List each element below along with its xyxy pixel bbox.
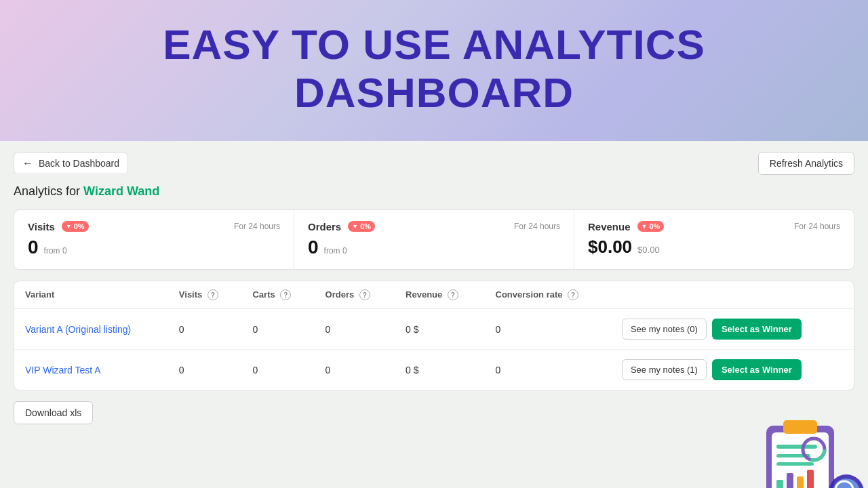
col-revenue: Revenue ? xyxy=(395,281,484,309)
orders-cell-1: 0 xyxy=(315,350,395,390)
visits-cell-1: 0 xyxy=(168,350,242,390)
col-actions xyxy=(611,281,854,309)
visits-from: from 0 xyxy=(44,246,67,256)
main-content: ← Back to Dashboard Refresh Analytics An… xyxy=(0,141,868,488)
orders-from: from 0 xyxy=(324,246,347,256)
variants-table: Variant Visits ? Carts ? Orders ? xyxy=(14,281,854,390)
winner-button-1[interactable]: Select as Winner xyxy=(712,359,802,380)
orders-label: Orders xyxy=(308,221,341,232)
revenue-cell-1: 0 $ xyxy=(395,350,484,390)
svg-rect-3 xyxy=(776,445,817,449)
orders-down-icon: ▼ xyxy=(352,223,358,230)
svg-rect-2 xyxy=(783,420,817,434)
revenue-label: Revenue xyxy=(588,221,631,232)
visits-card: Visits ▼ 0% For 24 hours 0 from 0 xyxy=(14,210,294,269)
col-orders: Orders ? xyxy=(315,281,395,309)
visits-badge: ▼ 0% xyxy=(62,221,89,232)
back-arrow-icon: ← xyxy=(22,157,33,169)
download-xls-button[interactable]: Download xls xyxy=(14,401,93,424)
visits-down-icon: ▼ xyxy=(66,223,72,230)
revenue-value: $0.00 xyxy=(588,237,632,258)
svg-rect-6 xyxy=(776,480,783,488)
notes-button-0[interactable]: See my notes (0) xyxy=(622,319,707,340)
visits-cell-0: 0 xyxy=(168,309,242,350)
svg-rect-7 xyxy=(787,473,793,488)
variants-table-wrapper: Variant Visits ? Carts ? Orders ? xyxy=(14,281,854,391)
variant-name-cell-1: VIP Wizard Test A xyxy=(14,350,168,390)
revenue-cell-0: 0 $ xyxy=(395,309,484,350)
back-label: Back to Dashboard xyxy=(39,158,119,169)
svg-rect-8 xyxy=(797,476,804,488)
revenue-help-icon[interactable]: ? xyxy=(448,289,458,300)
variant-name-cell-0: Variant A (Original listing) xyxy=(14,309,168,350)
actions-cell-0: See my notes (0) Select as Winner xyxy=(611,309,854,350)
conversion-cell-0: 0 xyxy=(485,309,611,350)
col-visits: Visits ? xyxy=(168,281,242,309)
table-header-row: Variant Visits ? Carts ? Orders ? xyxy=(14,281,854,309)
col-conversion: Conversion rate ? xyxy=(485,281,611,309)
visits-value: 0 xyxy=(28,237,39,258)
variant-link-1[interactable]: VIP Wizard Test A xyxy=(25,365,101,375)
orders-period: For 24 hours xyxy=(514,222,560,231)
refresh-analytics-button[interactable]: Refresh Analytics xyxy=(758,152,854,175)
col-variant: Variant xyxy=(14,281,168,309)
orders-badge: ▼ 0% xyxy=(348,221,375,232)
revenue-period: For 24 hours xyxy=(794,222,840,231)
table-row: Variant A (Original listing) 0 0 0 0 $ 0… xyxy=(14,309,854,350)
orders-cell-0: 0 xyxy=(315,309,395,350)
product-name: Wizard Wand xyxy=(83,184,159,198)
orders-help-icon[interactable]: ? xyxy=(359,289,370,300)
visits-help-icon[interactable]: ? xyxy=(208,289,218,300)
winner-button-0[interactable]: Select as Winner xyxy=(712,319,802,340)
stats-row: Visits ▼ 0% For 24 hours 0 from 0 Orders… xyxy=(14,209,854,270)
carts-cell-1: 0 xyxy=(241,350,314,390)
revenue-card: Revenue ▼ 0% For 24 hours $0.00 $0.00 xyxy=(574,210,854,269)
carts-help-icon[interactable]: ? xyxy=(280,289,291,300)
revenue-badge: ▼ 0% xyxy=(637,221,665,232)
hero-section: EASY TO USE ANALYTICS DASHBOARD xyxy=(0,0,868,141)
variant-link-0[interactable]: Variant A (Original listing) xyxy=(25,324,131,335)
orders-card: Orders ▼ 0% For 24 hours 0 from 0 xyxy=(294,210,574,269)
hero-title: EASY TO USE ANALYTICS DASHBOARD xyxy=(14,20,854,117)
analytics-subtitle: Analytics for Wizard Wand xyxy=(14,184,854,199)
conversion-cell-1: 0 xyxy=(485,350,611,390)
notes-button-1[interactable]: See my notes (1) xyxy=(622,359,707,380)
actions-cell-1: See my notes (1) Select as Winner xyxy=(611,350,854,390)
revenue-down-icon: ▼ xyxy=(642,223,648,230)
orders-value: 0 xyxy=(308,237,319,258)
table-row: VIP Wizard Test A 0 0 0 0 $ 0 See my not… xyxy=(14,350,854,390)
carts-cell-0: 0 xyxy=(241,309,314,350)
col-carts: Carts ? xyxy=(241,281,314,309)
svg-rect-9 xyxy=(807,470,814,488)
svg-rect-5 xyxy=(776,462,814,466)
visits-period: For 24 hours xyxy=(234,222,280,231)
topbar: ← Back to Dashboard Refresh Analytics xyxy=(14,152,854,175)
back-button[interactable]: ← Back to Dashboard xyxy=(14,152,128,174)
revenue-prev: $0.00 xyxy=(637,245,660,255)
analytics-illustration xyxy=(746,412,868,488)
conversion-help-icon[interactable]: ? xyxy=(568,289,578,300)
visits-label: Visits xyxy=(28,221,55,232)
